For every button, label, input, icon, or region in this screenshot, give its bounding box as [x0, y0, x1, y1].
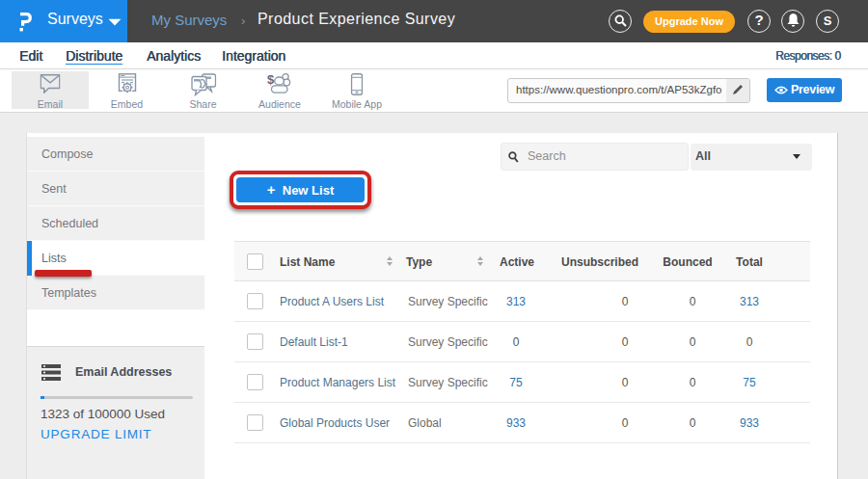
svg-text:$: $ [267, 72, 275, 87]
